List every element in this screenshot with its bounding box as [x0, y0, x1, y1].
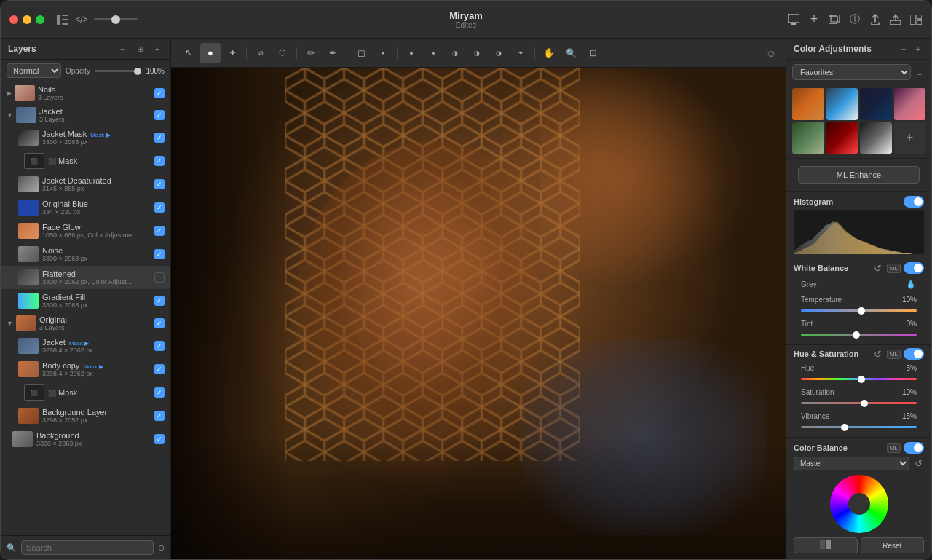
color-balance-mode-btn[interactable] — [794, 537, 858, 553]
layer-visibility[interactable]: ✓ — [154, 88, 165, 98]
layer-item-mask1[interactable]: ⬛ ⬛ Mask ✓ — [1, 149, 170, 173]
layout-icon[interactable] — [909, 13, 923, 26]
color-balance-reset-icon[interactable]: ↺ — [912, 458, 924, 470]
dot3-btn[interactable]: ◑ — [445, 43, 465, 63]
minimize-button[interactable] — [23, 15, 31, 24]
sidebar-toggle-icon[interactable] — [56, 13, 69, 26]
layer-visibility[interactable]: ✓ — [154, 364, 165, 374]
rect-tool-btn[interactable]: ▪ — [373, 43, 393, 63]
sat-thumb[interactable] — [861, 400, 868, 407]
layer-visibility[interactable]: ✓ — [154, 387, 165, 398]
hand-tool-btn[interactable]: ✋ — [539, 43, 559, 63]
favorites-remove-icon[interactable]: − — [914, 68, 925, 80]
select-tool-btn[interactable]: ↖ — [178, 43, 199, 63]
layer-item-mask2[interactable]: ⬛ ⬛ Mask ✓ — [1, 381, 170, 404]
preset-thumb-2[interactable] — [826, 88, 858, 120]
layer-item-noise[interactable]: Noise 3300 × 2063 px ✓ — [1, 242, 170, 266]
layer-item-bg-layer[interactable]: Background Layer 3298 × 2052 px ✓ — [1, 404, 170, 427]
layers-search-options-icon[interactable]: ⊙ — [158, 543, 165, 553]
preset-thumb-7[interactable] — [860, 122, 892, 154]
layer-visibility[interactable]: ✓ — [154, 341, 165, 351]
zoom-tool-btn[interactable]: 🔍 — [561, 43, 581, 63]
preset-thumb-4[interactable] — [894, 88, 926, 120]
eyedropper-icon[interactable]: 💧 — [905, 278, 917, 290]
tint-slider[interactable] — [801, 329, 917, 339]
dot5-btn[interactable]: ◑ — [489, 43, 509, 63]
share-icon[interactable] — [869, 13, 882, 26]
vib-thumb[interactable] — [841, 424, 848, 431]
export-icon[interactable] — [889, 13, 902, 26]
crop-tool-btn[interactable]: ⊡ — [582, 43, 603, 63]
color-wheel[interactable] — [830, 475, 888, 533]
layer-group-original[interactable]: ▼ Original 3 Layers ✓ — [1, 312, 170, 334]
display-icon[interactable] — [787, 13, 800, 26]
close-button[interactable] — [9, 15, 18, 24]
preset-thumb-6[interactable] — [826, 122, 858, 154]
canvas-area[interactable] — [171, 68, 786, 559]
reset-button[interactable]: Reset — [861, 537, 925, 553]
brush-tool-btn[interactable]: ✏ — [301, 43, 321, 63]
color-balance-ml-badge[interactable]: ML — [887, 443, 901, 453]
layers-search-input[interactable] — [21, 540, 154, 555]
layer-item-orig-blue[interactable]: Original Blue 334 × 230 px ✓ — [1, 196, 170, 219]
color-balance-master-select[interactable]: Master — [794, 457, 909, 470]
layer-visibility[interactable]: ✓ — [154, 156, 165, 166]
layer-group-nails[interactable]: ▶ Nails 3 Layers ✓ — [1, 82, 170, 104]
panel-minus-icon[interactable]: − — [898, 43, 909, 55]
layers-plus-icon[interactable]: + — [151, 43, 163, 55]
stamp-tool-btn[interactable]: ● — [200, 43, 221, 63]
blend-mode-select[interactable]: Normal — [7, 63, 61, 78]
layer-visibility[interactable] — [154, 272, 165, 283]
color-balance-toggle[interactable] — [904, 442, 924, 454]
white-balance-toggle[interactable] — [904, 262, 924, 274]
photo-library-icon[interactable] — [828, 13, 841, 26]
layer-item-gradient-fill[interactable]: Gradient Fill 3300 × 2063 px ✓ — [1, 289, 170, 312]
preset-thumb-5[interactable] — [792, 122, 824, 154]
histogram-toggle[interactable] — [904, 196, 924, 208]
layer-item-jacket-desat[interactable]: Jacket Desaturated 3145 × 855 px ✓ — [1, 173, 170, 196]
layer-visibility[interactable]: ✓ — [154, 318, 165, 328]
code-icon[interactable]: </> — [75, 13, 88, 26]
preset-thumb-1[interactable] — [792, 88, 824, 120]
info-icon[interactable]: ⓘ — [848, 13, 861, 26]
layer-visibility[interactable]: ✓ — [154, 179, 165, 189]
lasso-tool-btn[interactable]: ⌀ — [250, 43, 271, 63]
layer-visibility[interactable]: ✓ — [154, 411, 165, 421]
layer-item-flattened[interactable]: Flattened 3300 × 2062 px, Color Adjust..… — [1, 266, 170, 289]
layer-group-jacket[interactable]: ▼ Jacket 3 Layers ✓ — [1, 104, 170, 126]
vib-slider[interactable] — [801, 422, 917, 432]
hue-slider[interactable] — [801, 374, 917, 384]
zoom-slider[interactable] — [94, 18, 138, 20]
temperature-slider[interactable] — [801, 305, 917, 315]
layer-visibility[interactable]: ✓ — [154, 296, 165, 306]
panel-plus-icon[interactable]: + — [912, 43, 924, 55]
magic-wand-tool-btn[interactable]: ✦ — [222, 43, 242, 63]
layer-item-background[interactable]: Background 3300 × 2063 px ✓ — [1, 427, 170, 451]
ml-enhance-button[interactable]: ML Enhance — [798, 166, 920, 184]
temperature-thumb[interactable] — [858, 307, 865, 315]
layer-item-jacket2[interactable]: Jacket Mask ▶ 3298.4 × 2062 px ✓ — [1, 334, 170, 358]
layer-item-jacket-mask[interactable]: Jacket Mask Mask ▶ 3300 × 2063 px ✓ — [1, 126, 170, 149]
layer-item-body-copy[interactable]: Body copy Mask ▶ 3298.4 × 2062 px ✓ — [1, 358, 170, 381]
white-balance-ml-badge[interactable]: ML — [887, 264, 901, 273]
layers-minus-icon[interactable]: − — [116, 43, 128, 55]
sparkle-btn[interactable]: ✦ — [510, 43, 531, 63]
layer-item-face-glow[interactable]: Face Glow 1050 × 686 px, Color Adjustme.… — [1, 219, 170, 242]
poly-lasso-tool-btn[interactable]: ⬡ — [272, 43, 293, 63]
layer-visibility[interactable]: ✓ — [154, 133, 165, 143]
erase-tool-btn[interactable]: ◻ — [351, 43, 371, 63]
opacity-slider[interactable] — [95, 70, 142, 72]
favorites-select[interactable]: Favorites — [792, 64, 911, 80]
dot1-btn[interactable]: ● — [401, 43, 422, 63]
dot4-btn[interactable]: ◑ — [467, 43, 487, 63]
layer-visibility[interactable]: ✓ — [154, 249, 165, 259]
smiley-icon[interactable]: ☺ — [764, 46, 778, 60]
hue-sat-reset-icon[interactable]: ↺ — [872, 348, 884, 360]
layer-visibility[interactable]: ✓ — [154, 202, 165, 213]
hue-sat-ml-badge[interactable]: ML — [887, 350, 901, 359]
layer-visibility[interactable]: ✓ — [154, 110, 165, 120]
hue-thumb[interactable] — [858, 376, 865, 383]
add-icon[interactable]: + — [807, 13, 821, 26]
hue-sat-toggle[interactable] — [904, 348, 924, 360]
sat-slider[interactable] — [801, 398, 917, 408]
